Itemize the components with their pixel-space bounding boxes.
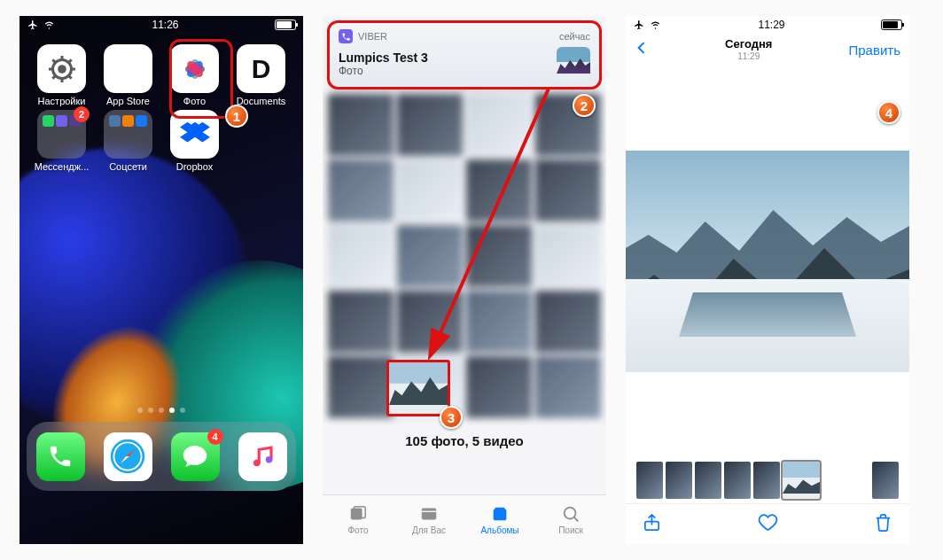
appstore-icon — [104, 44, 152, 93]
phone-photos-albums: VIBER сейчас Lumpics Test 3 Фото 105 фот… — [323, 16, 606, 544]
notification-app-name: VIBER — [358, 31, 387, 42]
folder-icon — [104, 110, 152, 159]
nav-title: Сегодня — [725, 38, 772, 51]
tab-search[interactable]: Поиск — [535, 495, 606, 544]
blurred-photo-grid — [323, 94, 606, 420]
tab-for-you[interactable]: Для Вас — [394, 495, 464, 544]
notification-subtitle: Фото — [339, 65, 428, 77]
app-dropbox[interactable]: Dropbox — [163, 110, 226, 172]
notification-time: сейчас — [559, 31, 590, 42]
airplane-mode-icon — [27, 19, 39, 30]
step-marker-2: 2 — [573, 94, 596, 117]
app-photos[interactable]: Фото — [163, 44, 226, 106]
step-marker-4: 4 — [877, 101, 900, 124]
status-time: 11:29 — [758, 19, 784, 31]
status-bar: 11:29 — [626, 16, 909, 34]
tab-bar: Фото Для Вас Альбомы Поиск — [323, 494, 606, 544]
svg-rect-19 — [494, 509, 507, 521]
dock-safari[interactable] — [104, 432, 152, 481]
nav-bar: Сегодня 11:29 Править — [626, 34, 909, 66]
nav-subtitle: 11:29 — [725, 51, 772, 61]
app-documents[interactable]: D Documents — [230, 44, 292, 106]
thumbnail[interactable] — [636, 462, 663, 499]
svg-point-1 — [58, 65, 66, 74]
svg-point-21 — [565, 508, 576, 519]
status-bar: 11:26 — [19, 16, 303, 34]
svg-point-14 — [266, 456, 273, 463]
settings-icon — [37, 44, 86, 93]
phone-home-screen: 11:26 Настройки App Store — [19, 16, 303, 544]
wifi-icon — [649, 19, 662, 30]
svg-rect-20 — [495, 508, 505, 510]
photos-icon — [170, 44, 219, 93]
dropbox-icon — [170, 110, 219, 159]
dock-messages[interactable]: 4 — [171, 432, 220, 481]
wifi-icon — [43, 19, 56, 30]
thumbnail[interactable] — [753, 462, 780, 499]
delete-button[interactable] — [873, 512, 893, 536]
thumbnail[interactable] — [724, 462, 751, 499]
app-appstore[interactable]: App Store — [97, 44, 160, 106]
notification-title: Lumpics Test 3 — [339, 51, 428, 65]
notification-thumbnail — [557, 47, 590, 81]
status-time: 11:26 — [152, 19, 178, 31]
notification-banner[interactable]: VIBER сейчас Lumpics Test 3 Фото — [330, 23, 599, 87]
album-count-caption: 105 фото, 5 видео — [323, 433, 606, 448]
folder-messengers[interactable]: 2 Мессендж... — [30, 110, 93, 172]
page-indicator[interactable] — [19, 402, 303, 418]
photo-image — [626, 151, 909, 372]
edit-button[interactable]: Править — [848, 43, 900, 58]
thumbnail[interactable] — [695, 462, 721, 499]
phone-photo-view: 11:29 Сегодня 11:29 Править — [626, 16, 909, 544]
battery-icon — [881, 19, 902, 30]
bottom-toolbar — [626, 503, 909, 544]
app-settings[interactable]: Настройки — [30, 44, 93, 106]
svg-point-13 — [253, 460, 261, 467]
thumbnail[interactable] — [872, 462, 899, 499]
tab-albums[interactable]: Альбомы — [464, 495, 535, 544]
photo-viewport[interactable] — [626, 66, 909, 457]
app-grid: Настройки App Store Фото — [19, 34, 303, 172]
svg-rect-18 — [422, 509, 437, 520]
dock-music[interactable] — [238, 432, 287, 481]
documents-icon: D — [237, 44, 285, 93]
airplane-mode-icon — [633, 19, 645, 30]
badge-count: 2 — [74, 106, 90, 122]
tab-photos[interactable]: Фото — [323, 495, 394, 544]
back-button[interactable] — [635, 39, 649, 60]
folder-icon: 2 — [37, 110, 86, 159]
thumbnail-selected[interactable] — [783, 462, 820, 499]
step-marker-3: 3 — [440, 406, 463, 429]
share-button[interactable] — [642, 512, 662, 536]
dock: 4 — [27, 422, 296, 491]
step-marker-1: 1 — [225, 105, 248, 128]
thumbnail-strip[interactable] — [626, 457, 909, 503]
battery-icon — [275, 19, 296, 30]
favorite-button[interactable] — [758, 512, 778, 536]
latest-photo-thumbnail[interactable] — [386, 360, 450, 416]
dock-phone[interactable] — [36, 432, 85, 481]
thumbnail[interactable] — [666, 462, 692, 499]
badge-count: 4 — [207, 429, 223, 445]
folder-social[interactable]: Соцсети — [97, 110, 160, 172]
viber-icon — [339, 29, 353, 43]
